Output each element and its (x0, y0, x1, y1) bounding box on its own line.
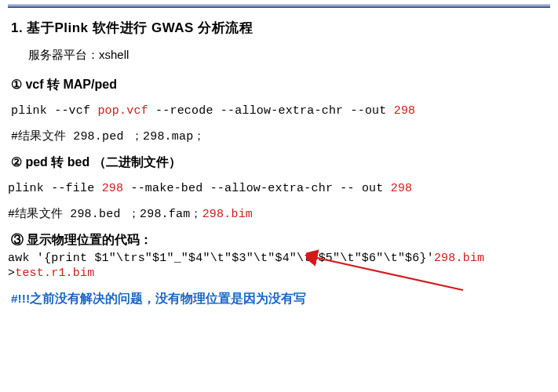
out-file: test.r1.bim (15, 267, 94, 280)
step2-heading: ② ped 转 bed （二进制文件） (11, 154, 547, 171)
step3-command: awk '{print $1"\trs"$1"_"$4"\t"$3"\t"$4"… (8, 252, 547, 265)
document-body: 1. 基于Plink 软件进行 GWAS 分析流程 服务器平台：xshell ①… (0, 19, 558, 307)
cmd-text: --make-bed --allow-extra-chr -- out (123, 182, 390, 195)
result-highlight: 298.bim (202, 208, 253, 221)
step1-heading: ① vcf 转 MAP/ped (11, 77, 547, 93)
cmd-text: --recode --allow-extra-chr --out (148, 104, 394, 118)
step3-output: >test.r1.bim (8, 267, 547, 280)
out-prefix: > (8, 267, 15, 280)
step2-result: #结果文件 298.bed ；298.fam；298.bim (8, 206, 547, 221)
cmd-text: awk '{print $1"\trs"$1"_"$4"\t"$3"\t"$4"… (8, 252, 434, 265)
cmd-arg: 298 (394, 104, 416, 118)
cmd-arg: pop.vcf (97, 104, 148, 118)
result-text: #结果文件 298.bed ；298.fam； (8, 208, 202, 221)
doc-subtitle: 服务器平台：xshell (28, 48, 547, 63)
cmd-text: plink --vcf (11, 104, 97, 118)
cmd-arg: 298 (102, 182, 124, 195)
doc-title: 1. 基于Plink 软件进行 GWAS 分析流程 (11, 19, 547, 37)
step1-command: plink --vcf pop.vcf --recode --allow-ext… (11, 104, 547, 118)
step1-result: #结果文件 298.ped ；298.map； (11, 129, 547, 143)
top-rule (8, 5, 550, 8)
cmd-arg: 298.bim (434, 252, 484, 265)
step2-command: plink --file 298 --make-bed --allow-extr… (8, 182, 547, 195)
warning-note: #!!!之前没有解决的问题，没有物理位置是因为没有写 (11, 291, 547, 307)
step3-heading: ③ 显示物理位置的代码： (11, 232, 547, 249)
cmd-text: plink --file (8, 182, 102, 195)
cmd-arg: 298 (391, 182, 413, 195)
